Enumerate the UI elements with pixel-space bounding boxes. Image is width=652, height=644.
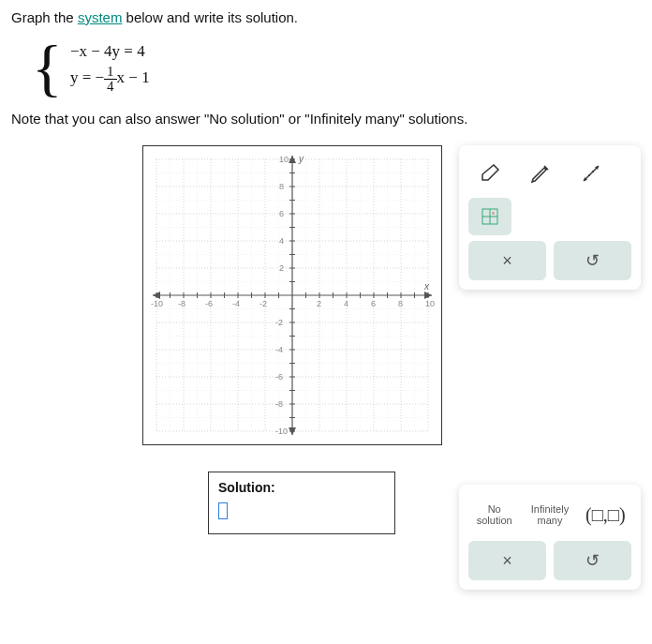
reset-answer-button[interactable]: ↺: [554, 541, 631, 580]
pair-label: (□,□): [585, 504, 625, 525]
x-tick: -4: [232, 299, 240, 308]
grid-icon: x: [479, 205, 501, 228]
no-solution-button[interactable]: No solution: [468, 494, 520, 535]
y-tick: -6: [275, 372, 283, 382]
x-tick: -6: [205, 299, 213, 308]
pencil-icon: [529, 162, 552, 185]
x-tick: -10: [151, 299, 163, 308]
eraser-tool[interactable]: [468, 155, 511, 192]
x-tick: -2: [259, 299, 267, 308]
equation-system: { −x − 4y = 4 y = −14x − 1: [32, 38, 641, 97]
solution-box: Solution:: [208, 472, 395, 534]
pencil-tool[interactable]: [519, 155, 562, 192]
y-tick: -10: [275, 427, 288, 436]
eq2-lhs: y = −: [70, 68, 104, 86]
graph-svg: [143, 146, 441, 444]
no-solution-l2: solution: [477, 515, 512, 526]
y-tick: -8: [275, 399, 283, 409]
clear-answer-button[interactable]: ×: [468, 541, 546, 580]
line-tool[interactable]: [570, 155, 613, 192]
y-tick: 4: [279, 236, 284, 246]
infinitely-many-button[interactable]: Infinitely many: [524, 494, 575, 535]
eq2-rhs: x − 1: [117, 68, 150, 86]
x-tick: 2: [317, 299, 321, 308]
prompt-pre: Graph the: [11, 9, 78, 25]
x-tick: 4: [344, 299, 348, 308]
y-axis-label: y: [299, 154, 304, 164]
prompt-line: Graph the system below and write its sol…: [11, 9, 641, 25]
x-tick: 10: [425, 299, 435, 308]
y-tick: 2: [279, 263, 284, 273]
prompt-post: below and write its solution.: [122, 9, 298, 25]
x-tick: 8: [398, 299, 403, 308]
equation-1: −x − 4y = 4: [70, 42, 150, 61]
svg-point-90: [592, 171, 594, 172]
y-tick: 8: [279, 182, 284, 191]
no-solution-l1: No: [488, 503, 501, 515]
clear-graph-button[interactable]: ×: [468, 241, 546, 280]
inf-l2: many: [538, 515, 563, 526]
grid-snap-tool[interactable]: x: [468, 198, 511, 235]
y-tick: 6: [279, 209, 284, 218]
eraser-icon: [479, 162, 501, 185]
svg-text:x: x: [492, 210, 495, 216]
solution-input[interactable]: [218, 502, 228, 519]
x-tick: 6: [371, 299, 376, 308]
equation-2: y = −14x − 1: [70, 65, 150, 94]
y-tick: 10: [279, 155, 289, 164]
reset-graph-button[interactable]: ↺: [554, 241, 631, 280]
answer-options-panel: No solution Infinitely many (□,□) × ↺: [459, 485, 641, 590]
y-tick: -2: [275, 318, 283, 327]
inf-l1: Infinitely: [531, 503, 569, 515]
x-axis-label: x: [424, 281, 429, 292]
svg-point-89: [588, 174, 590, 176]
y-tick: -4: [275, 345, 283, 354]
solution-label: Solution:: [218, 480, 385, 495]
x-tick: -8: [178, 299, 185, 308]
ordered-pair-button[interactable]: (□,□): [580, 494, 631, 535]
drawing-tools-panel: x × ↺: [459, 145, 641, 290]
coordinate-graph[interactable]: y x 2-22-24-44-46-66-68-88-810-1010-10: [142, 145, 442, 445]
system-link[interactable]: system: [78, 9, 123, 25]
frac-den: 4: [104, 80, 117, 94]
note-text: Note that you can also answer "No soluti…: [11, 111, 641, 127]
line-icon: [580, 162, 602, 185]
fraction: 14: [104, 65, 117, 94]
brace-icon: {: [32, 39, 63, 97]
frac-num: 1: [104, 65, 117, 80]
